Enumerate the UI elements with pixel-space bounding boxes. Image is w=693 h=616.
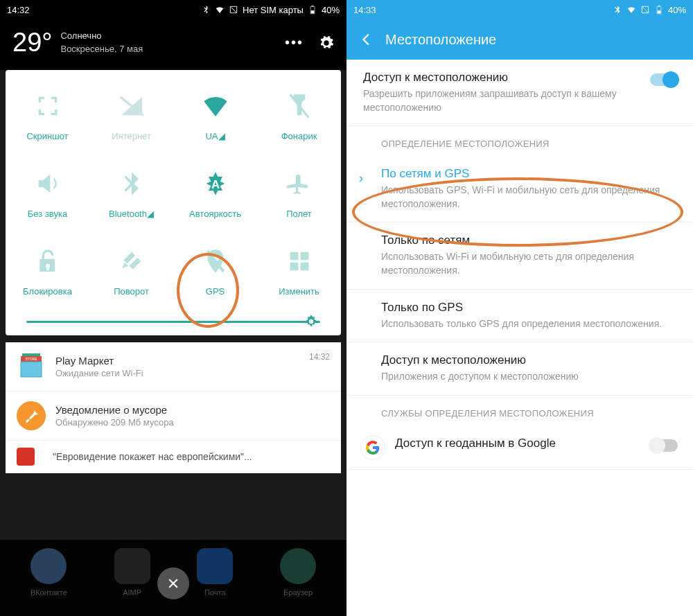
grid-icon <box>286 247 313 275</box>
svg-point-2 <box>309 319 314 324</box>
qs-edit[interactable]: Изменить <box>257 232 341 310</box>
qs-wifi[interactable]: UA◢ <box>173 77 257 155</box>
qs-auto-brightness[interactable]: A Автояркость <box>173 155 257 232</box>
flashlight-icon <box>286 92 313 120</box>
gear-icon[interactable] <box>319 35 334 51</box>
qs-bluetooth[interactable]: Bluetooth◢ <box>89 155 173 232</box>
slider-thumb[interactable] <box>302 313 320 331</box>
battery-text: 40% <box>322 5 340 15</box>
page-title: Местоположение <box>385 32 496 48</box>
row-location-access[interactable]: Доступ к местоположению Разрешить прилож… <box>346 60 693 126</box>
quick-settings-panel: Скриншот Интернет UA◢ Фонарик Без звука … <box>6 70 341 335</box>
airplane-icon <box>286 170 313 197</box>
row-high-accuracy[interactable]: › По сетям и GPS Использовать GPS, Wi-Fi… <box>346 156 693 222</box>
back-icon[interactable] <box>359 32 374 47</box>
qs-gps[interactable]: GPS <box>173 232 257 310</box>
google-icon <box>360 435 385 460</box>
chevron-right-icon: › <box>359 171 363 186</box>
svg-rect-0 <box>311 10 315 13</box>
notif-news[interactable]: "Евровидение покажет нас европейскими"..… <box>6 441 341 473</box>
row-google-location[interactable]: Доступ к геоданным в Google <box>346 425 693 470</box>
no-sim-icon <box>229 5 238 15</box>
google-toggle[interactable] <box>650 439 678 452</box>
weather-date: Воскресенье, 7 мая <box>60 43 143 55</box>
more-icon[interactable]: ••• <box>285 35 304 51</box>
notif-time: 14:32 <box>309 352 330 362</box>
statusbar: 14:32 Нет SIM карты 40% <box>0 0 346 19</box>
play-market-icon: STORE <box>17 352 46 381</box>
weather-condition: Солнечно <box>60 30 143 42</box>
cleaner-icon <box>17 401 46 430</box>
row-networks-only[interactable]: Только по сетям Использовать Wi-Fi и моб… <box>346 222 693 289</box>
row-gps-only[interactable]: Только по GPS Использовать только GPS дл… <box>346 290 693 343</box>
notif-title: Уведомление о мусоре <box>55 404 330 416</box>
status-right: 40% <box>613 5 686 15</box>
temperature: 29° <box>12 28 52 58</box>
speaker-icon <box>34 170 62 197</box>
qs-screenshot[interactable]: Скриншот <box>6 77 89 155</box>
qs-rotation[interactable]: Поворот <box>89 232 173 310</box>
battery-icon <box>308 5 317 15</box>
close-icon <box>166 577 180 590</box>
svg-rect-5 <box>22 353 40 356</box>
news-icon <box>17 448 35 466</box>
battery-icon <box>654 5 664 15</box>
mobile-data-icon <box>118 92 146 120</box>
status-time: 14:32 <box>7 5 30 15</box>
svg-rect-4 <box>21 362 42 377</box>
row-app-access[interactable]: Доступ к местоположению Приложения с дос… <box>346 342 693 396</box>
notif-play-market[interactable]: STORE Play Маркет Ожидание сети Wi-Fi 14… <box>6 342 341 391</box>
notif-trash[interactable]: Уведомление о мусоре Обнаружено 209 Мб м… <box>6 391 341 441</box>
location-toggle[interactable] <box>650 73 678 86</box>
brightness-slider[interactable] <box>6 310 341 327</box>
notif-sub: Ожидание сети Wi-Fi <box>55 368 299 378</box>
weather-text: Солнечно Воскресенье, 7 мая <box>60 30 143 55</box>
lock-icon <box>34 247 62 275</box>
settings-list: Доступ к местоположению Разрешить прилож… <box>346 60 693 470</box>
brightness-icon: A <box>202 170 229 197</box>
titlebar: Местоположение <box>346 19 693 60</box>
status-time: 14:33 <box>353 5 376 15</box>
status-right: Нет SIM карты 40% <box>201 5 340 15</box>
qs-airplane[interactable]: Полет <box>257 155 341 232</box>
close-button[interactable] <box>157 567 189 599</box>
bluetooth-tile-icon <box>118 170 146 197</box>
statusbar: 14:33 40% <box>346 0 693 19</box>
bluetooth-icon <box>613 5 622 15</box>
notif-sub: Обнаружено 209 Мб мусора <box>55 417 330 428</box>
section-mode: ОПРЕДЕЛЕНИЕ МЕСТОПОЛОЖЕНИЯ <box>346 126 693 156</box>
notif-text: "Евровидение покажет нас европейскими"..… <box>53 451 252 462</box>
svg-rect-7 <box>658 10 661 13</box>
dock-aimp[interactable]: AIMP <box>114 548 150 608</box>
battery-text: 40% <box>668 5 686 15</box>
wifi-icon <box>626 5 636 15</box>
dock-mail[interactable]: Почта <box>197 548 233 608</box>
dock-browser[interactable]: Браузер <box>280 548 316 608</box>
no-sim-icon <box>640 5 650 15</box>
section-services: СЛУЖБЫ ОПРЕДЕЛЕНИЯ МЕСТОПОЛОЖЕНИЯ <box>346 396 693 425</box>
bluetooth-icon <box>201 5 211 15</box>
screenshot-icon <box>34 92 62 120</box>
dock-vk[interactable]: ВКонтакте <box>30 548 67 608</box>
weather-header: 29° Солнечно Воскресенье, 7 мая ••• <box>0 19 346 70</box>
qs-mute[interactable]: Без звука <box>6 155 89 232</box>
qs-lock[interactable]: Блокировка <box>6 232 89 310</box>
wifi-icon <box>215 5 225 15</box>
left-phone-notification-shade: 14:32 Нет SIM карты 40% 29° Солнечно Вос… <box>0 0 346 616</box>
notif-title: Play Маркет <box>55 355 299 367</box>
notifications: STORE Play Маркет Ожидание сети Wi-Fi 14… <box>6 342 341 473</box>
no-sim-text: Нет SIM карты <box>243 5 304 15</box>
svg-text:A: A <box>211 177 219 191</box>
rotation-icon <box>118 247 146 275</box>
svg-text:STORE: STORE <box>25 357 37 361</box>
qs-flashlight[interactable]: Фонарик <box>257 77 341 155</box>
wifi-tile-icon <box>202 92 229 120</box>
right-phone-location-settings: 14:33 40% Местоположение Доступ к местоп… <box>346 0 693 616</box>
qs-internet[interactable]: Интернет <box>89 77 173 155</box>
gps-icon <box>202 247 229 275</box>
